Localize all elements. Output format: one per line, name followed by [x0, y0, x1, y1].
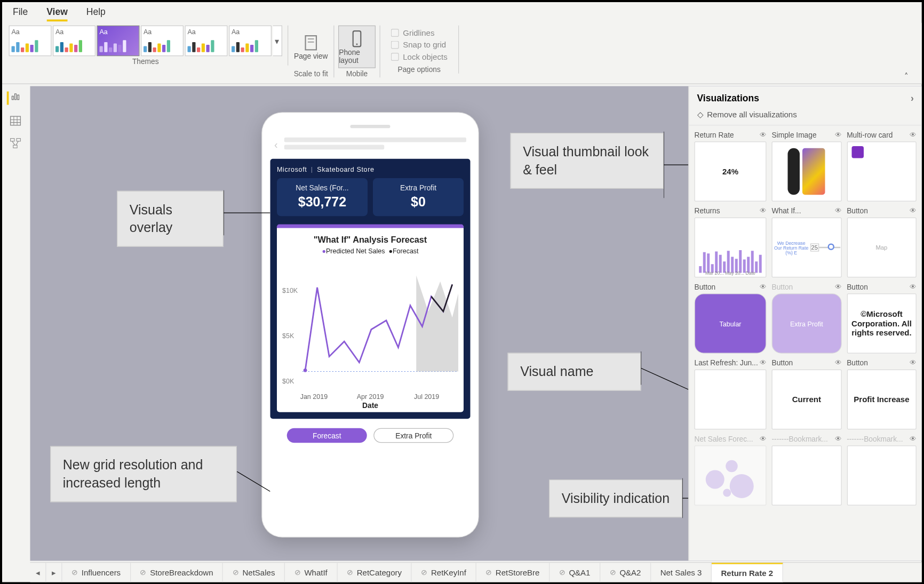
theme-swatch-1[interactable]: Aa	[9, 26, 52, 57]
tabs-next[interactable]: ▸	[46, 563, 62, 582]
model-view-icon[interactable]	[9, 137, 22, 150]
page-tab-q-a1[interactable]: ⊘Q&A1	[549, 563, 600, 582]
eye-icon[interactable]: 👁	[760, 207, 767, 217]
theme-gallery[interactable]: Aa Aa Aa Aa Aa Aa ▾	[9, 26, 283, 57]
remove-all-viz[interactable]: ◇ Remove all visualizations	[689, 110, 922, 126]
viz-tile-13[interactable]: -------Bookmark...👁	[772, 435, 842, 506]
viz-tile-11[interactable]: Button👁Profit Increase	[847, 359, 917, 430]
viz-tile-14[interactable]: -------Bookmark...👁	[847, 435, 917, 506]
menu-file[interactable]: File	[13, 6, 28, 22]
eye-icon[interactable]: 👁	[910, 435, 917, 444]
callout-name: Visual name	[508, 353, 641, 391]
report-branding: Microsoft|Skateboard Store	[277, 165, 464, 173]
visualizations-pane: Visualizations › ◇ Remove all visualizat…	[688, 86, 922, 561]
whatif-chart-visual[interactable]: "What If" Analysis Forecast ●Predicted N…	[277, 224, 464, 412]
eye-icon[interactable]: 👁	[760, 131, 767, 140]
snap-checkbox[interactable]: Snap to grid	[391, 40, 448, 50]
theme-swatch-2[interactable]: Aa	[53, 26, 95, 57]
page-tab-return-rate-2[interactable]: Return Rate 2	[712, 563, 783, 582]
eye-icon[interactable]: 👁	[835, 435, 842, 444]
viz-thumb	[695, 445, 767, 506]
x-axis-title: Date	[282, 402, 458, 410]
hidden-icon: ⊘	[71, 568, 77, 577]
eye-icon[interactable]: 👁	[835, 359, 842, 369]
mobile-group-label: Mobile	[346, 69, 368, 77]
svg-point-29	[706, 470, 724, 489]
theme-swatch-6[interactable]: Aa	[229, 26, 272, 57]
ribbon: Aa Aa Aa Aa Aa Aa ▾ Themes Page view Sca…	[2, 23, 922, 84]
callout-grid: New grid resolution and increased length	[50, 446, 237, 502]
data-view-icon[interactable]	[9, 114, 22, 127]
page-tabs: ◂ ▸ ⊘Influencers⊘StoreBreackdown⊘NetSale…	[30, 562, 922, 582]
viz-tile-6[interactable]: Button👁Tabular	[695, 283, 767, 354]
hidden-icon: ⊘	[559, 568, 565, 577]
eye-icon[interactable]: 👁	[835, 207, 842, 217]
viz-tile-4[interactable]: What If...👁We Decrease Our Return Rate (…	[772, 207, 842, 278]
kpi-extra-profit[interactable]: Extra Profit$0	[373, 178, 464, 216]
viz-thumb	[772, 445, 842, 506]
hidden-icon: ⊘	[140, 568, 146, 577]
eye-icon[interactable]: 👁	[835, 131, 842, 140]
hidden-icon: ⊘	[347, 568, 353, 577]
gridlines-checkbox[interactable]: Gridlines	[391, 28, 448, 38]
page-tab-retstorebre[interactable]: ⊘RetStoreBre	[476, 563, 550, 582]
report-view-icon[interactable]	[7, 92, 20, 105]
eye-icon[interactable]: 👁	[760, 435, 767, 444]
viz-tile-7[interactable]: Button👁Extra Profit	[772, 283, 842, 354]
theme-swatch-5[interactable]: Aa	[185, 26, 228, 57]
tabs-prev[interactable]: ◂	[30, 563, 46, 582]
viz-tile-9[interactable]: Last Refresh: Jun...👁	[695, 359, 767, 430]
eye-icon[interactable]: 👁	[910, 131, 917, 140]
viz-tile-name: Last Refresh: Jun...	[695, 359, 758, 369]
viz-tile-name: -------Bookmark...	[847, 435, 903, 444]
eye-icon[interactable]: 👁	[910, 207, 917, 217]
eye-icon[interactable]: 👁	[760, 359, 767, 369]
kpi-net-sales[interactable]: Net Sales (For...$30,772	[277, 178, 368, 216]
eye-icon[interactable]: 👁	[910, 359, 917, 369]
page-tab-q-a2[interactable]: ⊘Q&A2	[600, 563, 651, 582]
callout-thumb: Visual thumbnail look & feel	[511, 133, 664, 189]
ribbon-collapse-button[interactable]: ˄	[898, 69, 915, 84]
page-tab-retcategory[interactable]: ⊘RetCategory	[338, 563, 412, 582]
chevron-right-icon[interactable]: ›	[911, 93, 914, 103]
viz-tile-5[interactable]: Button👁Map	[847, 207, 917, 278]
phone-frame: ‹ Microsoft|Skateboard Store Net Sales (…	[262, 113, 479, 537]
page-tab-influencers[interactable]: ⊘Influencers	[62, 563, 131, 582]
eye-icon[interactable]: 👁	[835, 283, 842, 292]
eye-icon[interactable]: 👁	[910, 283, 917, 292]
theme-dropdown[interactable]: ▾	[273, 26, 283, 57]
page-tab-storebreackdown[interactable]: ⊘StoreBreackdown	[131, 563, 223, 582]
hidden-icon: ⊘	[233, 568, 238, 577]
lock-checkbox[interactable]: Lock objects	[391, 52, 448, 62]
hidden-icon: ⊘	[421, 568, 427, 577]
viz-tile-0[interactable]: Return Rate👁24%	[695, 131, 767, 202]
back-icon[interactable]: ‹	[274, 139, 278, 151]
page-icon	[301, 34, 320, 52]
page-view-button[interactable]: Page view	[292, 26, 330, 68]
phone-layout-button[interactable]: Phone layout	[338, 26, 376, 68]
svg-point-30	[726, 460, 738, 473]
viz-tile-12[interactable]: Net Sales Forec...👁	[695, 435, 767, 506]
forecast-button[interactable]: Forecast	[287, 428, 367, 443]
page-tab-retkeyinf[interactable]: ⊘RetKeyInf	[412, 563, 476, 582]
viz-thumb: We Decrease Our Return Rate (%) E25	[772, 218, 842, 278]
callout-overlay: Visuals overlay	[117, 191, 224, 247]
viz-tile-1[interactable]: Simple Image👁	[772, 131, 842, 202]
viz-tile-3[interactable]: Returns👁Mar 20... May 20... Date	[695, 207, 767, 278]
viz-tile-2[interactable]: Multi-row card👁	[847, 131, 917, 202]
viz-tile-10[interactable]: Button👁Current	[772, 359, 842, 430]
theme-swatch-3-selected[interactable]: Aa	[97, 26, 140, 57]
title-placeholder	[284, 138, 466, 153]
theme-swatch-4[interactable]: Aa	[141, 26, 184, 57]
phone-icon	[348, 29, 367, 48]
eye-icon[interactable]: 👁	[760, 283, 767, 292]
viz-tile-8[interactable]: Button👁©Microsoft Corporation. All right…	[847, 283, 917, 354]
hidden-icon: ⊘	[610, 568, 616, 577]
page-tab-net-sales-3[interactable]: Net Sales 3	[651, 563, 712, 582]
page-tab-whatif[interactable]: ⊘WhatIf	[285, 563, 337, 582]
eraser-icon: ◇	[697, 110, 703, 120]
menu-help[interactable]: Help	[86, 6, 106, 22]
page-tab-netsales[interactable]: ⊘NetSales	[223, 563, 285, 582]
extra-profit-button[interactable]: Extra Profit	[373, 428, 453, 443]
menu-view[interactable]: View	[46, 6, 68, 22]
